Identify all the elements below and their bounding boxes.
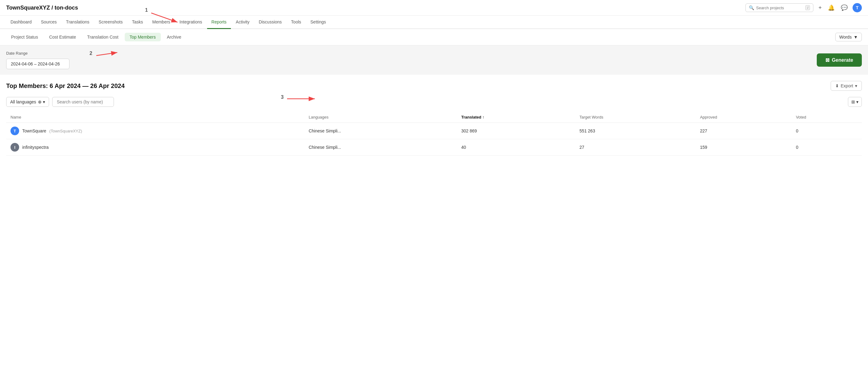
add-button[interactable]: + — [817, 3, 823, 12]
col-voted: Voted — [792, 112, 862, 123]
chat-button[interactable]: 💬 — [840, 3, 849, 12]
words-chevron-icon: ▼ — [854, 35, 858, 39]
avatar: I — [10, 143, 19, 152]
subtab-translation-cost[interactable]: Translation Cost — [82, 33, 123, 41]
project-title: TownSquareXYZ / ton-docs — [6, 5, 78, 11]
row-target-words: 551 263 — [575, 123, 695, 139]
generate-button[interactable]: ⊠ Generate — [817, 54, 862, 67]
export-icon: ⬇ — [835, 83, 839, 88]
row-approved: 159 — [696, 139, 792, 156]
user-org: (TownSquareXYZ) — [50, 129, 82, 133]
avatar: T — [10, 127, 19, 135]
user-name: TownSquare — [22, 128, 46, 133]
columns-icon: ⊞ — [851, 99, 855, 104]
col-target-words: Target Words — [575, 112, 695, 123]
row-translated: 40 — [457, 139, 575, 156]
search-bar[interactable]: 🔍 / — [745, 3, 813, 12]
keyboard-shortcut: / — [805, 5, 810, 10]
col-name: Name — [6, 112, 304, 123]
user-name: infinityspectra — [22, 145, 49, 150]
bell-button[interactable]: 🔔 — [827, 3, 836, 12]
subtab-archive[interactable]: Archive — [162, 33, 186, 41]
language-select[interactable]: All languages ⊕ ▾ — [6, 97, 49, 107]
export-label: Export — [841, 83, 853, 88]
language-label: All languages — [10, 99, 36, 104]
members-table: Name Languages Translated ↑ Target Words… — [6, 112, 862, 156]
export-chevron-icon: ▾ — [855, 83, 857, 88]
subtab-project-status[interactable]: Project Status — [6, 33, 43, 41]
search-input[interactable] — [756, 5, 804, 10]
nav-item-settings[interactable]: Settings — [306, 16, 331, 29]
user-search-input[interactable] — [52, 97, 114, 107]
words-label: Words — [839, 35, 851, 39]
nav-item-sources[interactable]: Sources — [37, 16, 61, 29]
col-translated[interactable]: Translated ↑ — [457, 112, 575, 123]
nav-item-translations[interactable]: Translations — [62, 16, 94, 29]
generate-icon: ⊠ — [826, 57, 829, 63]
nav-item-members[interactable]: Members — [148, 16, 175, 29]
main-content: Top Members: 6 Apr 2024 — 26 Apr 2024 ⬇ … — [0, 75, 868, 162]
nav-item-screenshots[interactable]: Screenshots — [94, 16, 127, 29]
search-icon: 🔍 — [749, 5, 754, 10]
export-button[interactable]: ⬇ Export ▾ — [831, 81, 862, 91]
nav-item-activity[interactable]: Activity — [231, 16, 254, 29]
row-voted: 0 — [792, 123, 862, 139]
nav-item-dashboard[interactable]: Dashboard — [6, 16, 36, 29]
language-chevron-icon: ⊕ ▾ — [38, 99, 45, 104]
date-range-label: Date Range — [6, 51, 69, 56]
col-approved: Approved — [696, 112, 792, 123]
words-select[interactable]: Words ▼ — [835, 33, 862, 41]
filter-bar: Date Range ⊠ Generate — [0, 45, 868, 75]
row-translated: 302 869 — [457, 123, 575, 139]
columns-button[interactable]: ⊞ ▾ — [848, 97, 862, 107]
row-language: Chinese Simpli... — [304, 123, 457, 139]
nav-item-reports[interactable]: Reports — [207, 16, 231, 29]
row-language: Chinese Simpli... — [304, 139, 457, 156]
nav-item-tasks[interactable]: Tasks — [127, 16, 147, 29]
row-approved: 227 — [696, 123, 792, 139]
nav-item-integrations[interactable]: Integrations — [175, 16, 207, 29]
columns-chevron-icon: ▾ — [856, 99, 859, 104]
report-title: Top Members: 6 Apr 2024 — 26 Apr 2024 — [6, 83, 125, 90]
nav-item-discussions[interactable]: Discussions — [254, 16, 286, 29]
subtabs-bar: Project Status Cost Estimate Translation… — [0, 29, 868, 45]
subtab-cost-estimate[interactable]: Cost Estimate — [44, 33, 81, 41]
row-voted: 0 — [792, 139, 862, 156]
main-nav: Dashboard Sources Translations Screensho… — [0, 16, 868, 29]
row-target-words: 27 — [575, 139, 695, 156]
date-range-input[interactable] — [6, 59, 69, 69]
table-row: T TownSquare (TownSquareXYZ) Chinese Sim… — [6, 123, 862, 139]
table-row: I infinityspectra Chinese Simpli... 40 2… — [6, 139, 862, 156]
generate-label: Generate — [832, 57, 853, 63]
subtab-top-members[interactable]: Top Members — [125, 33, 161, 41]
avatar[interactable]: T — [852, 3, 862, 12]
col-languages: Languages — [304, 112, 457, 123]
nav-item-tools[interactable]: Tools — [287, 16, 306, 29]
